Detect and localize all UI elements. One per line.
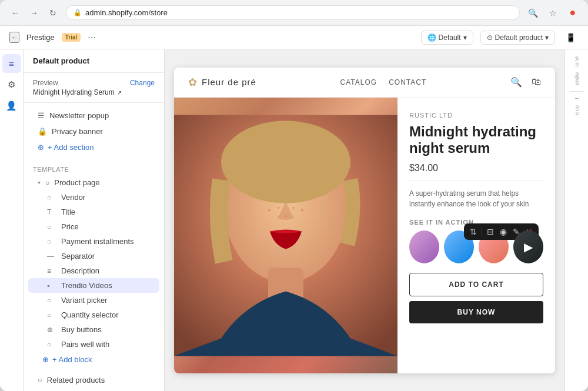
description-icon: ≡ bbox=[47, 267, 56, 275]
globe-icon: 🌐 bbox=[427, 34, 436, 42]
logo-icon: ✿ bbox=[188, 76, 197, 89]
privacy-icon: 🔒 bbox=[38, 127, 47, 136]
tab-more-button[interactable]: ··· bbox=[88, 32, 95, 43]
trendio-videos-item[interactable]: ▪ Trendio Videos bbox=[28, 278, 159, 293]
right-panel-text-4: n cu bbox=[573, 103, 581, 118]
title-icon: T bbox=[47, 208, 56, 216]
product-brand: RUSTIC LTD bbox=[409, 112, 543, 119]
payment-installments-item[interactable]: ○ Payment installments bbox=[28, 234, 159, 249]
toolbar-settings-icon[interactable]: ⊟ bbox=[486, 226, 495, 238]
buy-buttons-item[interactable]: ⊕ Buy buttons bbox=[28, 322, 159, 337]
store-header-icons: 🔍 🛍 bbox=[510, 76, 541, 88]
product-description: A super-hydrating serum that helps insta… bbox=[409, 188, 543, 209]
quantity-selector-item[interactable]: ○ Quantity selector bbox=[28, 308, 159, 322]
right-panel-text-3: t bbox=[573, 95, 581, 102]
cart-icon[interactable]: 🛍 bbox=[532, 76, 541, 88]
tab-back-button[interactable]: ← bbox=[9, 32, 19, 43]
browser-nav-buttons: ← → ↻ bbox=[7, 5, 61, 21]
default-product-label: Default product bbox=[495, 34, 543, 42]
store-preview: ✿ Fleur de pré CATALOG CONTACT 🔍 🛍 bbox=[174, 68, 555, 373]
pairs-icon: ○ bbox=[47, 340, 56, 349]
external-link-icon: ↗ bbox=[117, 89, 122, 96]
template-header: Template bbox=[24, 160, 164, 175]
trial-badge: Trial bbox=[62, 33, 81, 42]
variant-picker-item[interactable]: ○ Variant picker bbox=[28, 293, 159, 308]
title-item[interactable]: T Title bbox=[28, 205, 159, 219]
right-panel-text-2: endio bbox=[573, 70, 581, 88]
icon-sidebar: ≡ ⚙ 👤 bbox=[0, 49, 24, 391]
related-products-item[interactable]: ○ Related products bbox=[33, 372, 155, 388]
right-panel-text-1: io Vi bbox=[573, 54, 581, 69]
payment-icon: ○ bbox=[47, 238, 56, 246]
store-logo: ✿ Fleur de pré bbox=[188, 76, 256, 89]
sidebar-sections-button[interactable]: ≡ bbox=[2, 54, 21, 73]
product-page-icon: ○ bbox=[45, 179, 49, 187]
privacy-banner-item[interactable]: 🔒 Privacy banner bbox=[33, 123, 155, 139]
tab-app-name: Prestige bbox=[26, 33, 55, 42]
price-item[interactable]: ○ Price bbox=[28, 219, 159, 234]
chevron-down-icon: ▾ bbox=[463, 34, 467, 42]
sections-list: ☰ Newsletter popup 🔒 Privacy banner ⊕ + … bbox=[24, 103, 164, 160]
refresh-button[interactable]: ↻ bbox=[45, 5, 61, 21]
monitor-icon: ⊙ bbox=[487, 34, 493, 42]
catalog-nav-item[interactable]: CATALOG bbox=[340, 78, 377, 86]
price-icon: ○ bbox=[47, 223, 56, 231]
left-panel: Default product Preview Midnight Hydrati… bbox=[24, 49, 165, 391]
toolbar-eye-icon[interactable]: ◉ bbox=[499, 226, 508, 238]
store-body: RUSTIC LTD Midnight hydrating night seru… bbox=[174, 98, 555, 373]
add-block-button[interactable]: ⊕ + Add block bbox=[24, 352, 164, 367]
newsletter-popup-item[interactable]: ☰ Newsletter popup bbox=[33, 108, 155, 123]
template-section: Template ▾ ○ Product page ○ Vendor T Tit… bbox=[24, 160, 164, 367]
bookmark-button[interactable]: ☆ bbox=[544, 5, 561, 21]
logo-text: Fleur de pré bbox=[202, 77, 256, 87]
svg-point-14 bbox=[301, 209, 303, 211]
device-icon-button[interactable]: 📱 bbox=[562, 29, 579, 46]
add-section-bottom-button[interactable]: ⊕ + Add section bbox=[33, 388, 155, 391]
address-bar[interactable]: 🔒 admin.shopify.com/store bbox=[66, 5, 520, 20]
pairs-well-item[interactable]: ○ Pairs well with bbox=[28, 337, 159, 352]
default-dropdown[interactable]: 🌐 Default ▾ bbox=[421, 31, 473, 45]
preview-label: Preview bbox=[33, 79, 122, 87]
default-product-dropdown[interactable]: ⊙ Default product ▾ bbox=[480, 31, 555, 45]
contact-nav-item[interactable]: CONTACT bbox=[389, 78, 426, 86]
sidebar-settings-button[interactable]: ⚙ bbox=[2, 75, 21, 94]
address-text: admin.shopify.com/store bbox=[85, 8, 168, 17]
product-price: $34.00 bbox=[409, 163, 543, 173]
chevron-down-icon-2: ▾ bbox=[545, 34, 549, 42]
vendor-item[interactable]: ○ Vendor bbox=[28, 190, 159, 205]
preview-change-button[interactable]: Change bbox=[130, 79, 155, 87]
browser-toolbar-right: 🔍 ☆ ● bbox=[524, 5, 581, 21]
svg-point-6 bbox=[221, 121, 350, 203]
preview-value: Midnight Hydrating Serum ↗ bbox=[33, 88, 122, 96]
add-block-icon: ⊕ bbox=[42, 355, 49, 364]
profile-button[interactable]: ● bbox=[564, 5, 581, 21]
svg-point-11 bbox=[268, 209, 270, 211]
sidebar-users-button[interactable]: 👤 bbox=[2, 96, 21, 115]
product-divider bbox=[409, 181, 543, 181]
separator-item[interactable]: — Separator bbox=[28, 249, 159, 263]
purchase-buttons: ADD TO CART BUY NOW bbox=[409, 273, 543, 323]
video-thumb-1[interactable] bbox=[409, 230, 439, 263]
default-label: Default bbox=[439, 34, 461, 42]
search-button[interactable]: 🔍 bbox=[524, 5, 541, 21]
toolbar-divider-1 bbox=[482, 227, 482, 236]
shopify-tab-bar: ← Prestige Trial ··· 🌐 Default ▾ ⊙ Defau… bbox=[0, 26, 588, 49]
add-to-cart-button[interactable]: ADD TO CART bbox=[409, 273, 543, 296]
buy-icon: ⊕ bbox=[47, 326, 56, 334]
back-button[interactable]: ← bbox=[7, 5, 24, 21]
product-page-item[interactable]: ▾ ○ Product page bbox=[28, 175, 159, 190]
svg-point-13 bbox=[293, 207, 295, 209]
main-content: ≡ ⚙ 👤 Default product Preview Midnight H… bbox=[0, 49, 588, 391]
toolbar-move-icon[interactable]: ⇅ bbox=[469, 226, 478, 238]
preview-section: Preview Midnight Hydrating Serum ↗ Chang… bbox=[24, 73, 164, 103]
product-image-container bbox=[174, 98, 397, 373]
play-overlay: ▶ bbox=[513, 230, 543, 263]
forward-button[interactable]: → bbox=[26, 5, 42, 21]
buy-now-button[interactable]: BUY NOW bbox=[409, 301, 543, 323]
description-item[interactable]: ≡ Description bbox=[28, 263, 159, 278]
separator-icon: — bbox=[47, 252, 56, 260]
search-store-icon[interactable]: 🔍 bbox=[510, 76, 522, 88]
right-panel-divider bbox=[570, 91, 584, 92]
quantity-icon: ○ bbox=[47, 311, 56, 319]
add-section-top-button[interactable]: ⊕ + Add section bbox=[33, 139, 155, 155]
